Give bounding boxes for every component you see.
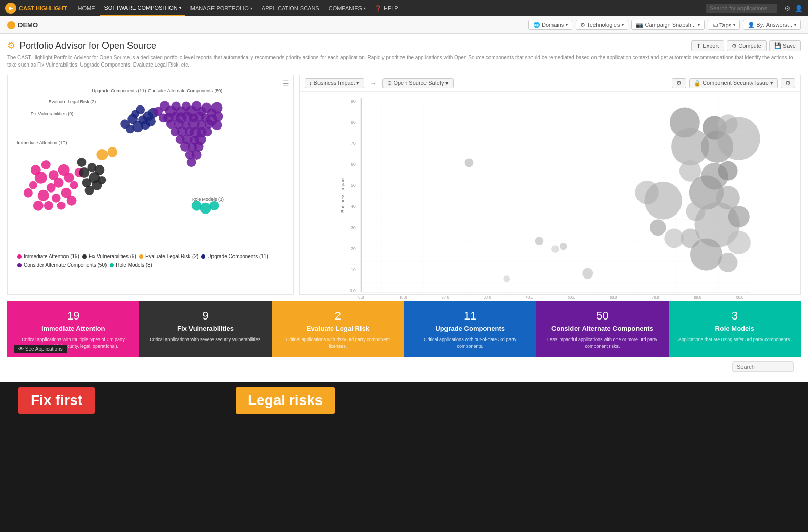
svg-point-11 [47, 183, 56, 193]
card-alternate-components[interactable]: 50 Consider Alternate Components Less im… [536, 301, 668, 357]
legend-dot-fix [82, 254, 87, 259]
card-legal-risk[interactable]: 2 Evaluate Legal Risk Critical applicati… [272, 301, 404, 357]
card-legal-title: Evaluate Legal Risk [279, 325, 397, 332]
filter-answers[interactable]: 👤 By: Answers... ▾ [743, 20, 801, 30]
table-search-input[interactable] [732, 361, 794, 372]
svg-text:30: 30 [351, 225, 356, 230]
scatter-chart-svg: 0.0 10 20 30 40 50 60 70 80 90 0.0 10.0 … [300, 93, 800, 303]
user-icon[interactable]: 👤 [795, 5, 803, 12]
svg-text:0.0: 0.0 [350, 288, 356, 293]
svg-text:10: 10 [351, 267, 356, 272]
legend-label-fix: Fix Vulnerabilities (9) [89, 253, 136, 259]
page-title-row: ⚙ Portfolio Advisor for Open Source ⬆ Ex… [7, 40, 801, 51]
svg-point-92 [192, 201, 202, 211]
see-applications-button[interactable]: 👁 See Applications [14, 345, 67, 353]
card-immediate-attention[interactable]: 19 Immediate Attention Critical applicat… [7, 301, 139, 357]
scatter-right-controls: ⚙ 🔒 Component Security Issue ▾ ⚙ [672, 78, 795, 88]
filter-icon[interactable]: ⚙ [784, 5, 791, 12]
svg-text:Business Impact: Business Impact [339, 177, 345, 213]
app-logo: ▶ CAST HIGHLIGHT [5, 3, 67, 14]
svg-point-125 [717, 117, 760, 160]
card-fix-vulnerabilities[interactable]: 9 Fix Vulnerabilities Critical applicati… [139, 301, 271, 357]
scatter-menu-btn[interactable]: ⚙ [781, 78, 795, 88]
svg-text:80.0: 80.0 [694, 295, 701, 300]
svg-point-24 [33, 201, 44, 211]
bubble-chart-container: ☰ Upgrade Components (11) Evaluate Legal… [7, 75, 294, 295]
cards-row: 19 Immediate Attention Critical applicat… [7, 301, 801, 357]
search-input[interactable] [706, 4, 777, 13]
legal-risks-label: Legal risks [236, 387, 335, 414]
nav-home[interactable]: HOME [74, 0, 99, 16]
nav-manage-portfolio[interactable]: MANAGE PORTFOLIO ▾ [186, 0, 257, 16]
svg-point-8 [41, 160, 51, 169]
card-role-title: Role Models [676, 325, 794, 332]
card-immediate-number: 19 [14, 309, 132, 323]
card-legal-desc: Critical applications with risky 3rd par… [279, 336, 397, 349]
filter-campaign[interactable]: 📷 Campaign Snapsh... ▾ [631, 20, 705, 30]
nav-application-scans[interactable]: APPLICATION SCANS [258, 0, 324, 16]
svg-text:Evaluate Legal Risk (2): Evaluate Legal Risk (2) [49, 99, 96, 104]
svg-point-20 [44, 201, 53, 210]
top-navigation: ▶ CAST HIGHLIGHT HOME SOFTWARE COMPOSITI… [0, 0, 808, 16]
x-axis-button[interactable]: ⊙ Open Source Safety ▾ [382, 78, 453, 88]
svg-point-144 [551, 245, 559, 253]
card-legal-number: 2 [279, 309, 397, 323]
card-role-models[interactable]: 3 Role Models Applications that are usin… [669, 301, 801, 357]
card-fix-desc: Critical applications with severe securi… [146, 336, 264, 343]
nav-help[interactable]: ❓ HELP [371, 0, 402, 16]
filter-domains[interactable]: 🌐 Domains ▾ [528, 20, 572, 30]
svg-point-145 [560, 243, 567, 250]
save-button[interactable]: 💾 Save [769, 40, 801, 51]
settings-button[interactable]: ⚙ [672, 78, 686, 88]
main-content: ⚙ Portfolio Advisor for Open Source ⬆ Ex… [0, 34, 808, 382]
compute-button[interactable]: ⚙ Compute [727, 40, 767, 51]
bubble-chart-menu[interactable]: ☰ [283, 79, 289, 88]
legend-fix: Fix Vulnerabilities (9) [82, 253, 136, 259]
svg-text:60: 60 [351, 162, 356, 167]
page-actions: ⬆ Export ⚙ Compute 💾 Save [691, 40, 801, 51]
color-button[interactable]: 🔒 Component Security Issue ▾ [689, 78, 778, 88]
y-axis-button[interactable]: ↕ Business Impact ▾ [305, 78, 364, 88]
card-upgrade-title: Upgrade Components [411, 325, 529, 332]
page-title: ⚙ Portfolio Advisor for Open Source [7, 40, 156, 51]
svg-point-34 [96, 149, 108, 160]
legend-dot-immediate [17, 254, 22, 259]
svg-point-12 [64, 173, 74, 183]
svg-point-143 [535, 237, 544, 245]
legend-dot-legal [139, 254, 143, 259]
svg-point-140 [650, 220, 666, 236]
card-role-desc: Applications that are using safer 3rd pa… [676, 336, 794, 343]
svg-point-133 [728, 206, 750, 227]
svg-text:Consider Alternate Components : Consider Alternate Components (50) [148, 89, 222, 94]
svg-point-43 [145, 116, 156, 126]
svg-text:50: 50 [351, 183, 356, 188]
svg-point-31 [77, 158, 87, 167]
legend-label-role: Role Models (3) [116, 262, 152, 268]
svg-point-128 [718, 161, 738, 181]
svg-text:60.0: 60.0 [610, 295, 617, 300]
scatter-chart-container: ↕ Business Impact ▾ ↔ ⊙ Open Source Safe… [299, 75, 801, 295]
legend-role: Role Models (3) [110, 262, 152, 268]
card-fix-title: Fix Vulnerabilities [146, 325, 264, 332]
svg-point-33 [84, 186, 94, 195]
logo-text: CAST HIGHLIGHT [19, 5, 67, 11]
card-upgrade-components[interactable]: 11 Upgrade Components Critical applicati… [404, 301, 536, 357]
demo-icon [7, 21, 15, 29]
nav-items: HOME SOFTWARE COMPOSITION ▾ MANAGE PORTF… [74, 0, 699, 16]
filter-technologies[interactable]: ⚙ Technologies ▾ [576, 20, 628, 30]
nav-companies[interactable]: COMPANIES ▾ [325, 0, 370, 16]
legend-legal: Evaluate Legal Risk (2) [139, 253, 198, 259]
svg-point-14 [38, 190, 49, 201]
filter-tags[interactable]: 🏷 Tags ▾ [708, 20, 740, 30]
svg-point-22 [67, 196, 77, 206]
annotation-layer: Fix first Legal risks [0, 382, 808, 433]
nav-icons: ⚙ 👤 [784, 5, 803, 12]
export-button[interactable]: ⬆ Export [691, 40, 724, 51]
card-alternate-number: 50 [543, 309, 661, 323]
scatter-controls: ↕ Business Impact ▾ ↔ ⊙ Open Source Safe… [300, 75, 800, 92]
nav-software-composition[interactable]: SOFTWARE COMPOSITION ▾ [100, 0, 185, 16]
svg-point-141 [664, 228, 684, 248]
svg-text:20: 20 [351, 246, 356, 251]
legend-label-legal: Evaluate Legal Risk (2) [145, 253, 198, 259]
bottom-area [7, 357, 801, 376]
